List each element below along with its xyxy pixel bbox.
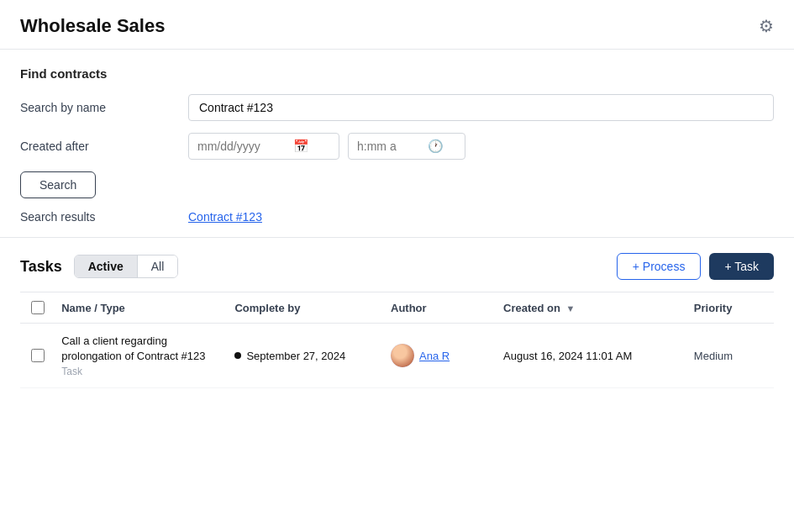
row-name-type-cell: Call a client regarding prolongation of … bbox=[55, 324, 228, 388]
search-by-name-label: Search by name bbox=[20, 101, 188, 114]
date-input-wrap: 📅 bbox=[188, 133, 339, 160]
tasks-title: Tasks bbox=[20, 258, 62, 276]
page-header: Wholesale Sales ⚙ bbox=[0, 0, 794, 50]
time-input-wrap: 🕐 bbox=[348, 133, 465, 160]
clock-icon: 🕐 bbox=[428, 139, 444, 154]
complete-by-dot bbox=[234, 352, 241, 359]
row-priority-cell: Medium bbox=[687, 324, 774, 388]
tasks-tab-group: Active All bbox=[74, 255, 179, 278]
avatar-image bbox=[391, 344, 414, 367]
tasks-header-right: + Process + Task bbox=[617, 253, 774, 280]
col-header-checkbox bbox=[20, 292, 55, 324]
tasks-table-body: Call a client regarding prolongation of … bbox=[20, 324, 774, 388]
avatar bbox=[391, 344, 414, 367]
col-header-created-on[interactable]: Created on ▼ bbox=[497, 292, 687, 324]
col-header-name-type: Name / Type bbox=[55, 292, 228, 324]
find-contracts-section: Find contracts Search by name Created af… bbox=[0, 50, 794, 238]
task-type: Task bbox=[61, 366, 221, 377]
col-header-priority: Priority bbox=[687, 292, 774, 324]
tab-all[interactable]: All bbox=[138, 255, 178, 277]
col-header-complete-by: Complete by bbox=[228, 292, 384, 324]
sort-icon: ▼ bbox=[566, 303, 576, 313]
row-author-cell: Ana R bbox=[384, 324, 497, 388]
col-header-author: Author bbox=[384, 292, 497, 324]
date-time-inputs: 📅 🕐 bbox=[188, 133, 465, 160]
select-all-checkbox[interactable] bbox=[31, 301, 45, 314]
tasks-table-head: Name / Type Complete by Author Created o… bbox=[20, 292, 774, 324]
created-after-label: Created after bbox=[20, 140, 188, 153]
date-input[interactable] bbox=[197, 140, 290, 153]
tasks-section: Tasks Active All + Process + Task Name /… bbox=[0, 238, 794, 388]
search-button[interactable]: Search bbox=[20, 171, 96, 198]
search-results-label: Search results bbox=[20, 210, 188, 224]
search-by-name-input[interactable] bbox=[188, 94, 774, 121]
row-created-on-cell: August 16, 2024 11:01 AM bbox=[497, 324, 687, 388]
search-results-row: Search results Contract #123 bbox=[20, 210, 774, 224]
tasks-header-left: Tasks Active All bbox=[20, 255, 178, 278]
page-title: Wholesale Sales bbox=[20, 15, 165, 37]
table-row: Call a client regarding prolongation of … bbox=[20, 324, 774, 388]
row-checkbox[interactable] bbox=[31, 349, 45, 362]
add-process-button[interactable]: + Process bbox=[617, 253, 702, 280]
author-link[interactable]: Ana R bbox=[419, 350, 450, 362]
row-checkbox-cell bbox=[20, 324, 55, 388]
calendar-icon: 📅 bbox=[293, 139, 309, 154]
tab-active[interactable]: Active bbox=[75, 255, 138, 277]
time-input[interactable] bbox=[357, 140, 424, 153]
priority-value: Medium bbox=[694, 350, 733, 362]
settings-icon[interactable]: ⚙ bbox=[759, 16, 774, 36]
find-contracts-title: Find contracts bbox=[20, 66, 774, 81]
tasks-table: Name / Type Complete by Author Created o… bbox=[20, 292, 774, 388]
search-by-name-row: Search by name bbox=[20, 94, 774, 121]
created-after-row: Created after 📅 🕐 bbox=[20, 133, 774, 160]
created-on-value: August 16, 2024 11:01 AM bbox=[503, 350, 632, 362]
result-link[interactable]: Contract #123 bbox=[188, 210, 262, 224]
row-complete-by-cell: September 27, 2024 bbox=[228, 324, 384, 388]
tasks-header: Tasks Active All + Process + Task bbox=[20, 253, 774, 280]
complete-by-date: September 27, 2024 bbox=[246, 350, 345, 362]
task-name: Call a client regarding prolongation of … bbox=[61, 334, 221, 364]
add-task-button[interactable]: + Task bbox=[709, 253, 774, 280]
